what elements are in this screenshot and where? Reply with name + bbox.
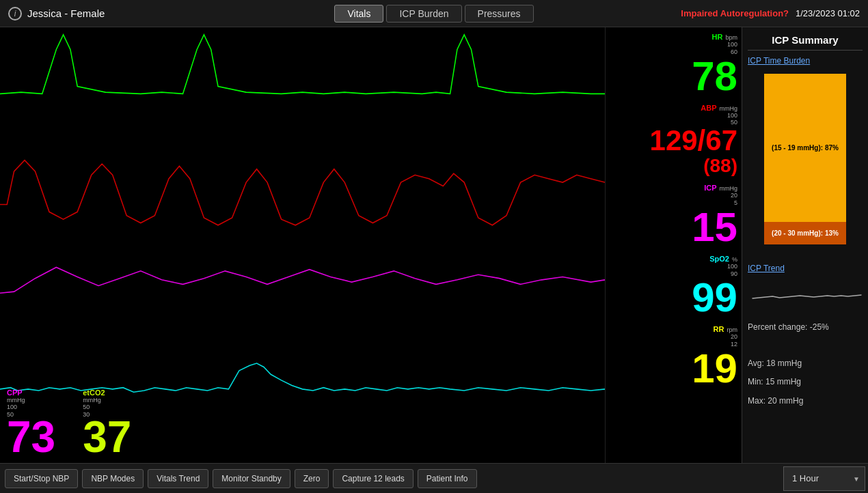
bar-label-high: (15 - 19 mmHg): 87% bbox=[769, 141, 841, 154]
icp-summary-panel: ICP Summary ICP Time Burden (15 - 19 mmH… bbox=[742, 27, 868, 463]
icp-trend-label: ICP Trend bbox=[748, 264, 863, 273]
icp-bar-chart: (15 - 19 mmHg): 87% (20 - 30 mmHg): 13% bbox=[748, 74, 863, 258]
impaired-autoregulation-badge: Impaired Autoregulation? bbox=[681, 8, 789, 18]
hour-select-container: 1 Hour 2 Hours 4 Hours 8 Hours 12 Hours … bbox=[783, 466, 865, 491]
bar-segment-high: (15 - 19 mmHg): 87% bbox=[764, 74, 846, 222]
tab-vitals[interactable]: Vitals bbox=[334, 5, 383, 23]
patient-info-button[interactable]: Patient Info bbox=[418, 469, 477, 488]
hr-block: HR bpm 10060 78 bbox=[610, 33, 737, 100]
vitals-sidebar: HR bpm 10060 78 ABP mmHg 10050 129/67 (8… bbox=[605, 27, 742, 463]
etco2-value: 37 bbox=[83, 418, 131, 457]
rr-value: 19 bbox=[692, 348, 737, 389]
zero-button[interactable]: Zero bbox=[295, 469, 329, 488]
hour-select[interactable]: 1 Hour 2 Hours 4 Hours 8 Hours 12 Hours … bbox=[783, 466, 865, 491]
start-stop-nbp-button[interactable]: Start/Stop NBP bbox=[5, 469, 78, 488]
abp-value: 129/67 bbox=[650, 126, 737, 155]
footer-toolbar: Start/Stop NBP NBP Modes Vitals Trend Mo… bbox=[0, 463, 868, 493]
nbp-modes-button[interactable]: NBP Modes bbox=[82, 469, 144, 488]
abp-sub: (88) bbox=[703, 155, 737, 177]
header-left: i Jessica - Female bbox=[8, 7, 334, 20]
spo2-block: SpO2 % 10090 99 bbox=[610, 255, 737, 322]
capture-12-leads-button[interactable]: Capture 12 leads bbox=[333, 469, 413, 488]
tab-pressures[interactable]: Pressures bbox=[465, 5, 534, 23]
rr-unit: rpm bbox=[727, 326, 738, 333]
cpp-unit: mmHg bbox=[7, 397, 55, 404]
datetime: 1/23/2023 01:02 bbox=[796, 8, 860, 18]
bar-segment-very-high: (20 - 30 mmHg): 13% bbox=[764, 222, 846, 244]
etco2-label: etCO2 bbox=[83, 389, 131, 397]
vitals-trend-button[interactable]: Vitals Trend bbox=[148, 469, 208, 488]
abp-unit: mmHg bbox=[720, 105, 738, 112]
rr-name: RR bbox=[714, 325, 724, 333]
cpp-label: CPP bbox=[7, 389, 55, 397]
header-right: Impaired Autoregulation? 1/23/2023 01:02 bbox=[534, 8, 860, 18]
waveform-area: CPP mmHg 10050 73 etCO2 mmHg 5030 37 bbox=[0, 27, 605, 463]
spo2-name: SpO2 bbox=[709, 255, 729, 263]
monitor-standby-button[interactable]: Monitor Standby bbox=[213, 469, 290, 488]
icp-max: Max: 20 mmHg bbox=[748, 395, 863, 408]
bottom-vitals-bar: CPP mmHg 10050 73 etCO2 mmHg 5030 37 bbox=[0, 402, 605, 463]
info-icon[interactable]: i bbox=[8, 7, 22, 20]
icp-panel-title: ICP Summary bbox=[748, 34, 863, 51]
abp-name: ABP bbox=[701, 104, 716, 112]
header: i Jessica - Female Vitals ICP Burden Pre… bbox=[0, 0, 868, 27]
icp-min: Min: 15 mmHg bbox=[748, 376, 863, 389]
hr-value: 78 bbox=[692, 56, 737, 97]
icp-avg: Avg: 18 mmHg bbox=[748, 357, 863, 370]
percent-change: Percent change: -25% bbox=[748, 321, 863, 334]
bar-label-very-high: (20 - 30 mmHg): 13% bbox=[769, 227, 841, 240]
icp-time-burden-label: ICP Time Burden bbox=[748, 56, 863, 66]
hr-name: HR bbox=[712, 33, 723, 41]
main-content: CPP mmHg 10050 73 etCO2 mmHg 5030 37 HR … bbox=[0, 27, 868, 463]
etco2-unit: mmHg bbox=[83, 397, 131, 404]
icp-trend-chart bbox=[748, 281, 863, 315]
patient-name: Jessica - Female bbox=[27, 8, 105, 19]
hr-unit: bpm bbox=[725, 34, 737, 41]
hour-select-wrapper: 1 Hour 2 Hours 4 Hours 8 Hours 12 Hours … bbox=[783, 466, 865, 491]
header-tabs: Vitals ICP Burden Pressures bbox=[334, 5, 533, 23]
etco2-vital-block: etCO2 mmHg 5030 37 bbox=[83, 389, 131, 457]
icp-unit: mmHg bbox=[720, 185, 738, 192]
rr-block: RR rpm 2012 19 bbox=[610, 325, 737, 392]
icp-bar-container: (15 - 19 mmHg): 87% (20 - 30 mmHg): 13% bbox=[764, 74, 846, 244]
icp-block: ICP mmHg 205 15 bbox=[610, 184, 737, 251]
icp-value: 15 bbox=[692, 207, 737, 248]
cpp-vital-block: CPP mmHg 10050 73 bbox=[7, 389, 55, 457]
spo2-unit: % bbox=[732, 256, 737, 263]
tab-icp-burden[interactable]: ICP Burden bbox=[386, 5, 461, 23]
spo2-value: 99 bbox=[692, 277, 737, 318]
icp-name: ICP bbox=[704, 184, 716, 192]
abp-block: ABP mmHg 10050 129/67 (88) bbox=[610, 104, 737, 180]
cpp-value: 73 bbox=[7, 418, 55, 457]
